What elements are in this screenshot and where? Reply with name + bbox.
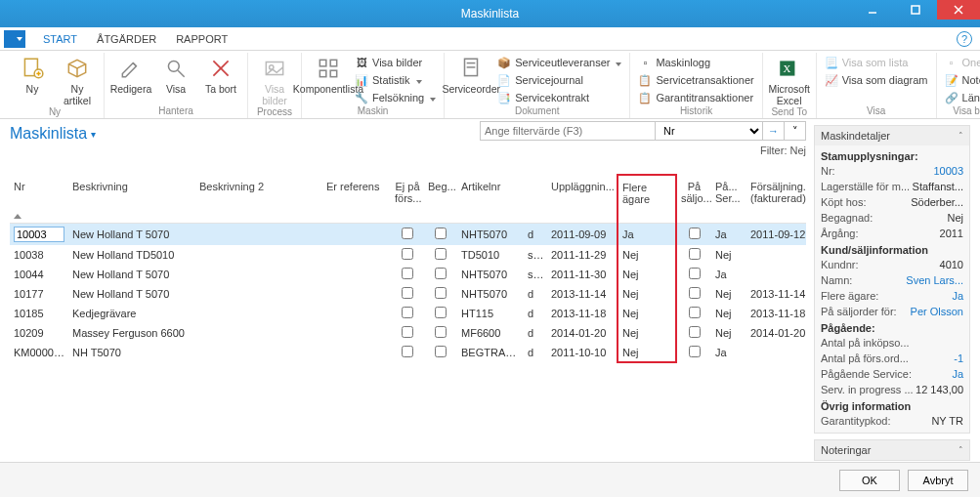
ej-fors-checkbox[interactable] bbox=[402, 307, 413, 318]
servicejournal-button[interactable]: 📄Servicejournal bbox=[495, 72, 623, 88]
col-er-referens[interactable]: Er referens bbox=[322, 175, 391, 224]
ej-fors-checkbox[interactable] bbox=[402, 346, 413, 357]
cancel-button[interactable]: Avbryt bbox=[908, 470, 968, 491]
beg-checkbox[interactable] bbox=[435, 307, 447, 318]
beg-checkbox[interactable] bbox=[435, 346, 447, 357]
details-header[interactable]: Maskindetaljer˄ bbox=[815, 126, 969, 145]
noteringar-button[interactable]: 📝Noteringar bbox=[943, 72, 980, 88]
close-button[interactable] bbox=[937, 0, 980, 20]
col-beskrivning[interactable]: Beskrivning bbox=[68, 175, 195, 224]
journal-icon: 📄 bbox=[497, 73, 511, 87]
tab-rapport[interactable]: RAPPORT bbox=[166, 29, 237, 49]
visa-bilder-button[interactable]: Visa bilder bbox=[254, 53, 295, 106]
lankar-button[interactable]: 🔗Länkar bbox=[943, 90, 980, 105]
main-area: Maskinlista▾ Nr → ˅ Filter: Nej Nr B bbox=[0, 119, 980, 462]
horizontal-scrollbar[interactable] bbox=[10, 448, 806, 462]
app-menu-button[interactable] bbox=[4, 30, 25, 48]
filter-field-select[interactable]: Nr bbox=[656, 121, 763, 141]
ej-fors-checkbox[interactable] bbox=[402, 326, 413, 338]
table-row[interactable]: 10044New Holland T 5070NHT5070skin2011-1… bbox=[10, 265, 806, 284]
filter-value-input[interactable] bbox=[480, 121, 656, 141]
col-forsaljning[interactable]: Försäljning... (fakturerad) bbox=[746, 175, 806, 224]
table-row[interactable]: 10185KedjegrävareHT115d2013-11-18NejNej2… bbox=[10, 304, 806, 323]
col-beskrivning2[interactable]: Beskrivning 2 bbox=[195, 175, 322, 224]
pa-saljo-checkbox[interactable] bbox=[689, 287, 701, 299]
pa-saljo-checkbox[interactable] bbox=[689, 268, 701, 279]
felsokning-button[interactable]: 🔧Felsökning bbox=[353, 90, 438, 105]
ej-fors-checkbox[interactable] bbox=[402, 248, 413, 260]
noteringar-header[interactable]: Noteringar˄ bbox=[815, 440, 969, 460]
servicetransaktioner-button[interactable]: 📋Servicetransaktioner bbox=[636, 72, 755, 88]
detail-nr-link[interactable]: 10003 bbox=[933, 165, 963, 177]
pagaende-heading: Pågående: bbox=[819, 319, 965, 335]
maximize-button[interactable] bbox=[894, 0, 937, 20]
redigera-button[interactable]: Redigera bbox=[110, 53, 151, 96]
col-pa-saljo[interactable]: På säljo... bbox=[676, 175, 711, 224]
ny-button[interactable]: Ny bbox=[12, 53, 53, 96]
ej-fors-checkbox[interactable] bbox=[402, 228, 413, 239]
col-artikelnr[interactable]: Artikelnr bbox=[457, 175, 524, 224]
filter-dropdown-button[interactable]: ˅ bbox=[785, 121, 806, 141]
detail-forsord-link[interactable]: -1 bbox=[954, 352, 963, 364]
col-flere-agare[interactable]: Flere ägare bbox=[618, 175, 676, 224]
komponentlista-button[interactable]: Komponentlista bbox=[308, 53, 349, 96]
maskinlogg-button[interactable]: ▫Maskinlogg bbox=[636, 55, 755, 70]
component-list-icon bbox=[315, 55, 342, 82]
serviceorder-label: Serviceorder bbox=[442, 84, 500, 96]
pa-saljo-checkbox[interactable] bbox=[689, 248, 701, 260]
document-icon bbox=[457, 55, 485, 82]
ej-fors-checkbox[interactable] bbox=[402, 268, 413, 279]
visa-som-diagram-button[interactable]: 📈Visa som diagram bbox=[823, 72, 930, 88]
beg-checkbox[interactable] bbox=[435, 268, 447, 279]
serviceorder-button[interactable]: Serviceorder bbox=[450, 53, 491, 96]
chevron-down-icon: ▾ bbox=[91, 129, 96, 140]
pa-saljo-checkbox[interactable] bbox=[689, 228, 701, 239]
detail-pagserv-link[interactable]: Ja bbox=[952, 368, 963, 380]
col-pa-ser[interactable]: På... Ser... bbox=[711, 175, 746, 224]
svg-point-8 bbox=[168, 61, 179, 71]
onenote-button[interactable]: ▫OneNote bbox=[943, 55, 980, 70]
table-row[interactable]: 10209Massey Ferguson 6600MF6600d2014-01-… bbox=[10, 323, 806, 343]
detail-flereagare-link[interactable]: Ja bbox=[952, 290, 963, 302]
beg-checkbox[interactable] bbox=[435, 228, 447, 239]
ny-artikel-button[interactable]: Ny artikel bbox=[57, 53, 98, 106]
filter-go-button[interactable]: → bbox=[763, 121, 785, 141]
maskin-visa-bilder[interactable]: 🖼Visa bilder bbox=[353, 55, 438, 70]
garantitransaktioner-button[interactable]: 📋Garantitransaktioner bbox=[636, 90, 755, 105]
table-row[interactable]: KM000005NH T5070BEGTRAKNHd2011-10-10NejJ… bbox=[10, 343, 806, 362]
servicekontrakt-button[interactable]: 📑Servicekontrakt bbox=[495, 90, 623, 105]
ta-bort-button[interactable]: Ta bort bbox=[200, 53, 241, 96]
minimize-button[interactable] bbox=[851, 0, 894, 20]
ej-fors-checkbox[interactable] bbox=[402, 287, 413, 299]
nr-cell-input[interactable] bbox=[14, 227, 64, 242]
tab-start[interactable]: START bbox=[33, 29, 87, 49]
table-row[interactable]: New Holland T 5070NHT5070d2011-09-09JaJa… bbox=[10, 224, 806, 246]
beg-checkbox[interactable] bbox=[435, 248, 447, 260]
serviceutleveranser-button[interactable]: 📦Serviceutleveranser bbox=[495, 55, 623, 70]
table-row[interactable]: 10038New Holland TD5010TD5010skin2011-11… bbox=[10, 245, 806, 265]
table-row[interactable]: 10177New Holland T 5070NHT5070d2013-11-1… bbox=[10, 284, 806, 304]
col-nr[interactable]: Nr bbox=[10, 175, 68, 224]
visa-som-lista-button[interactable]: 📃Visa som lista bbox=[823, 55, 930, 70]
notes-icon: 📝 bbox=[945, 73, 959, 87]
detail-pasalj-link[interactable]: Per Olsson bbox=[911, 306, 963, 317]
pa-saljo-checkbox[interactable] bbox=[689, 346, 701, 357]
ok-button[interactable]: OK bbox=[839, 470, 900, 491]
pa-saljo-checkbox[interactable] bbox=[689, 326, 701, 338]
detail-namn-link[interactable]: Sven Lars... bbox=[906, 274, 963, 286]
tab-atgarder[interactable]: ÅTGÄRDER bbox=[87, 29, 166, 49]
beg-checkbox[interactable] bbox=[435, 326, 447, 338]
beg-checkbox[interactable] bbox=[435, 287, 447, 299]
chart-icon: 📊 bbox=[355, 73, 368, 87]
col-upplaggning[interactable]: Uppläggnin... bbox=[547, 175, 618, 224]
excel-button[interactable]: X Microsoft Excel bbox=[769, 53, 810, 106]
col-blank[interactable] bbox=[524, 175, 547, 224]
statistik-button[interactable]: 📊Statistik bbox=[353, 72, 438, 88]
visa-button[interactable]: Visa bbox=[155, 53, 196, 96]
col-beg[interactable]: Beg... bbox=[424, 175, 457, 224]
pa-saljo-checkbox[interactable] bbox=[689, 307, 701, 318]
col-ej-fors[interactable]: Ej på förs... bbox=[391, 175, 424, 224]
ovrig-heading: Övrig information bbox=[819, 397, 965, 413]
help-icon[interactable]: ? bbox=[957, 31, 972, 47]
group-visa-label: Visa bbox=[867, 105, 885, 118]
